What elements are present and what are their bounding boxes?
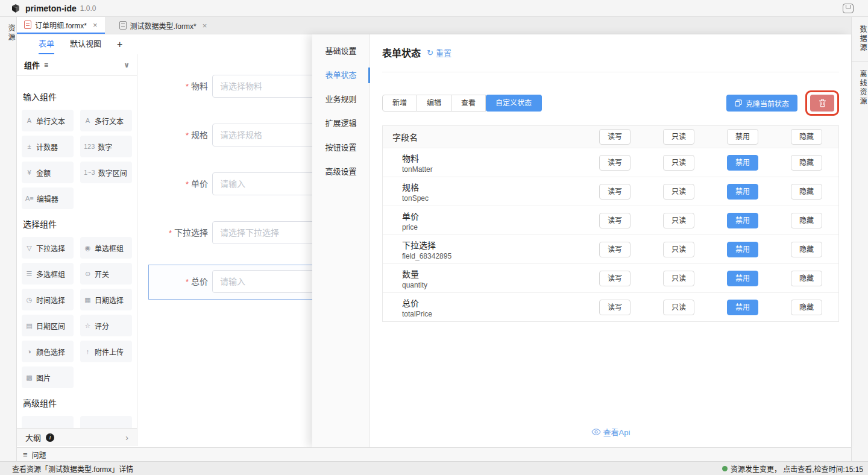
delete-state-button[interactable] bbox=[810, 95, 834, 112]
mode-custom-state-button[interactable]: 自定义状态 bbox=[486, 95, 542, 112]
state-readwrite-button[interactable]: 读写 bbox=[599, 271, 631, 286]
component-single-line-text[interactable]: A单行文本 bbox=[22, 110, 74, 131]
status-left-text[interactable]: 查看资源「测试数据类型.formx」详情 bbox=[12, 464, 133, 474]
component-editor[interactable]: A≡编辑器 bbox=[22, 187, 74, 209]
state-hidden-button[interactable]: 隐藏 bbox=[791, 271, 822, 286]
add-view-icon[interactable]: + bbox=[117, 39, 122, 50]
settings-menu-button-settings[interactable]: 按钮设置 bbox=[312, 136, 370, 160]
mode-view-button[interactable]: 查看 bbox=[451, 95, 486, 112]
component-amount[interactable]: ¥金额 bbox=[22, 162, 74, 183]
select-components-grid: ▽下拉选择 ◉单选框组 ☰多选框组 ⊙开关 ◷时间选择 ▦日期选择 ▤日期区间 … bbox=[22, 237, 132, 388]
component-radio-group[interactable]: ◉单选框组 bbox=[80, 237, 132, 259]
table-row-quantity: 数量quantity 读写 只读 禁用 隐藏 bbox=[383, 263, 838, 292]
field-label: 规格 bbox=[402, 181, 583, 193]
state-readwrite-button[interactable]: 读写 bbox=[599, 242, 631, 257]
state-disabled-button[interactable]: 禁用 bbox=[727, 242, 758, 257]
component-number-range[interactable]: 1~3数字区间 bbox=[80, 162, 132, 183]
chevron-down-icon[interactable]: ∨ bbox=[124, 61, 130, 69]
component-date-range[interactable]: ▤日期区间 bbox=[22, 315, 74, 336]
component-image[interactable]: ▩图片 bbox=[22, 366, 74, 388]
component-time-picker[interactable]: ◷时间选择 bbox=[22, 289, 74, 310]
state-hidden-button[interactable]: 隐藏 bbox=[791, 300, 822, 315]
state-disabled-button[interactable]: 禁用 bbox=[727, 271, 758, 286]
component-dropdown-select[interactable]: ▽下拉选择 bbox=[22, 237, 74, 259]
component-checkbox-group[interactable]: ☰多选框组 bbox=[22, 263, 74, 285]
component-multi-line-text[interactable]: A多行文本 bbox=[80, 110, 132, 131]
component-number[interactable]: 123数字 bbox=[80, 136, 132, 157]
right-rail: 数据源 离线资源 bbox=[851, 17, 868, 461]
list-icon: ≡ bbox=[23, 450, 28, 459]
table-row-tonSpec: 规格tonSpec 读写 只读 禁用 隐藏 bbox=[383, 177, 838, 206]
close-icon[interactable]: × bbox=[93, 20, 98, 30]
clone-current-state-button[interactable]: 克隆当前状态 bbox=[726, 95, 797, 112]
tab-label: 订单明细.formx* bbox=[35, 20, 87, 30]
state-readonly-button[interactable]: 只读 bbox=[663, 271, 694, 286]
status-right[interactable]: 资源发生变更， 点击查看,检查时间:15:15 bbox=[722, 464, 863, 474]
component-rating[interactable]: ☆评分 bbox=[80, 315, 132, 336]
panel-toggle-icon[interactable] bbox=[843, 4, 854, 13]
state-hidden-button[interactable]: 隐藏 bbox=[791, 155, 822, 171]
settings-menu: 基础设置 表单状态 业务规则 扩展逻辑 按钮设置 高级设置 bbox=[312, 34, 370, 447]
header-state-hidden-button[interactable]: 隐藏 bbox=[791, 129, 822, 145]
tab-order-detail-formx[interactable]: 订单明细.formx* × bbox=[17, 17, 105, 34]
app-title: primeton-ide bbox=[25, 4, 77, 13]
mode-edit-button[interactable]: 编辑 bbox=[417, 95, 451, 112]
view-api-link[interactable]: 查看Api bbox=[591, 426, 631, 438]
state-readwrite-button[interactable]: 读写 bbox=[599, 213, 631, 228]
sidebar-item-datasource[interactable]: 数据源 bbox=[852, 25, 868, 52]
number-icon: 123 bbox=[84, 143, 95, 150]
component-attachment-upload[interactable]: ↑附件上传 bbox=[80, 341, 132, 362]
state-readwrite-button[interactable]: 读写 bbox=[599, 300, 631, 315]
view-api-label: 查看Api bbox=[603, 426, 631, 438]
component-panel-title: 组件 bbox=[24, 59, 40, 71]
menu-icon[interactable]: ≡ bbox=[44, 61, 48, 69]
component-date-picker[interactable]: ▦日期选择 bbox=[80, 289, 132, 310]
component-counter[interactable]: ±计数器 bbox=[22, 136, 74, 157]
state-readwrite-button[interactable]: 读写 bbox=[599, 184, 631, 200]
view-tab-form[interactable]: 表单 bbox=[39, 34, 54, 54]
reset-link[interactable]: ↻ 重置 bbox=[427, 47, 451, 58]
sidebar-item-resources[interactable]: 资源 bbox=[0, 24, 16, 42]
status-bar: 查看资源「测试数据类型.formx」详情 资源发生变更， 点击查看,检查时间:1… bbox=[0, 461, 868, 475]
header-state-readonly-button[interactable]: 只读 bbox=[663, 129, 694, 145]
settings-menu-business-rules[interactable]: 业务规则 bbox=[312, 87, 370, 112]
component-advanced-stub[interactable] bbox=[80, 416, 132, 428]
component-switch[interactable]: ⊙开关 bbox=[80, 263, 132, 285]
state-readonly-button[interactable]: 只读 bbox=[663, 184, 694, 200]
component-label: 数字区间 bbox=[98, 168, 127, 178]
state-hidden-button[interactable]: 隐藏 bbox=[791, 242, 822, 257]
refresh-icon: ↻ bbox=[427, 48, 433, 57]
state-hidden-button[interactable]: 隐藏 bbox=[791, 184, 822, 200]
settings-drawer: 基础设置 表单状态 业务规则 扩展逻辑 按钮设置 高级设置 表单状态 ↻ 重置 … bbox=[312, 34, 851, 447]
component-advanced-stub[interactable] bbox=[22, 416, 74, 428]
sidebar-item-offline-resources[interactable]: 离线资源 bbox=[852, 70, 868, 106]
settings-menu-basic[interactable]: 基础设置 bbox=[312, 39, 370, 63]
state-readwrite-button[interactable]: 读写 bbox=[599, 155, 631, 171]
delete-button-highlight-ring bbox=[805, 90, 839, 116]
state-readonly-button[interactable]: 只读 bbox=[663, 300, 694, 315]
palette-icon: ◑ bbox=[25, 348, 33, 355]
close-icon[interactable]: × bbox=[203, 21, 207, 30]
tab-test-datatypes-formx[interactable]: 测试数据类型.formx* × bbox=[112, 17, 215, 34]
state-readonly-button[interactable]: 只读 bbox=[663, 213, 694, 228]
header-state-readwrite-button[interactable]: 读写 bbox=[599, 129, 631, 145]
component-color-picker[interactable]: ◑颜色选择 bbox=[22, 341, 74, 362]
settings-menu-advanced[interactable]: 高级设置 bbox=[312, 160, 370, 184]
state-disabled-button[interactable]: 禁用 bbox=[727, 300, 758, 315]
problems-bar[interactable]: ≡ 问题 bbox=[17, 447, 851, 461]
component-panel-header[interactable]: 组件 ≡ ∨ bbox=[17, 54, 137, 76]
state-readonly-button[interactable]: 只读 bbox=[663, 155, 694, 171]
state-readonly-button[interactable]: 只读 bbox=[663, 242, 694, 257]
component-label: 附件上传 bbox=[95, 347, 124, 357]
state-hidden-button[interactable]: 隐藏 bbox=[791, 213, 822, 228]
view-tab-default-view[interactable]: 默认视图 bbox=[70, 34, 101, 54]
state-disabled-button[interactable]: 禁用 bbox=[727, 213, 758, 228]
chevron-right-icon[interactable]: › bbox=[125, 433, 128, 442]
state-disabled-button[interactable]: 禁用 bbox=[727, 184, 758, 200]
state-disabled-button[interactable]: 禁用 bbox=[727, 155, 758, 171]
settings-menu-form-state[interactable]: 表单状态 bbox=[312, 63, 370, 87]
settings-menu-extension-logic[interactable]: 扩展逻辑 bbox=[312, 112, 370, 136]
mode-new-button[interactable]: 新增 bbox=[382, 95, 417, 112]
header-state-disabled-button[interactable]: 禁用 bbox=[727, 129, 758, 145]
outline-bar[interactable]: 大纲 i › bbox=[17, 428, 137, 446]
